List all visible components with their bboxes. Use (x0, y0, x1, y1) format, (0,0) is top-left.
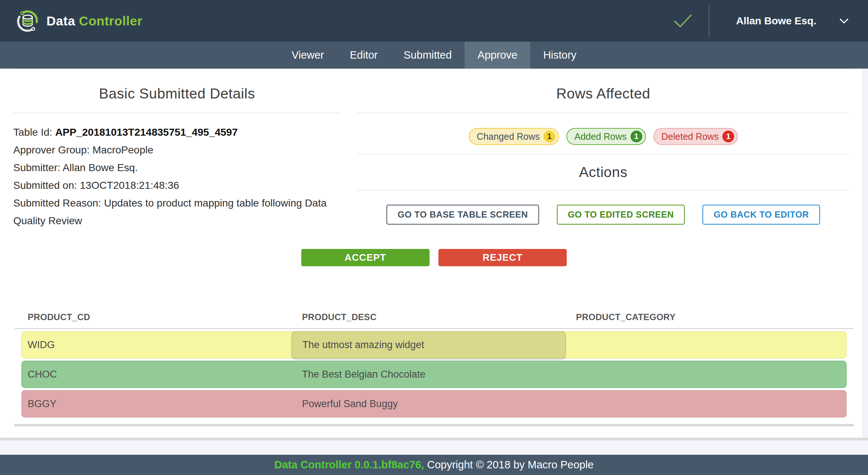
accept-button[interactable]: ACCEPT (301, 249, 430, 266)
footer-copyright: Copyright © 2018 by Macro People (424, 459, 594, 471)
user-menu[interactable]: Allan Bowe Esq. (736, 15, 816, 27)
tab-approve[interactable]: Approve (465, 42, 530, 69)
check-icon[interactable] (673, 14, 692, 28)
submitted-details-text: Table Id: APP_20181013T214835751_495_459… (13, 113, 341, 230)
content-bottom-edge (0, 438, 868, 440)
submitted-details-panel: Basic Submitted Details Table Id: APP_20… (0, 69, 354, 230)
rows-affected-title: Rows Affected (357, 86, 850, 102)
submitted-on-line: Submitted on: 13OCT2018:21:48:36 (13, 177, 341, 194)
cell-product-category (566, 332, 846, 358)
cell-product-cd: WIDG (22, 332, 292, 358)
cell-product-desc: Powerful Sand Buggy (292, 391, 566, 417)
table-id-line: Table Id: APP_20181013T214835751_495_459… (13, 124, 341, 141)
rows-affected-badges: Changed Rows 1 Added Rows 1 Deleted Rows… (357, 128, 850, 145)
added-rows-badge[interactable]: Added Rows 1 (566, 128, 646, 145)
table-row-added[interactable]: CHOC The Best Belgian Chocolate (21, 361, 847, 388)
cell-product-category (566, 391, 846, 417)
reject-button[interactable]: REJECT (438, 249, 567, 266)
decision-buttons: ACCEPT REJECT (0, 249, 868, 266)
column-header-product-desc: PRODUCT_DESC (302, 312, 576, 322)
app-logo[interactable]: Data Controller (16, 10, 142, 32)
changed-rows-badge[interactable]: Changed Rows 1 (469, 128, 559, 145)
tab-editor[interactable]: Editor (337, 42, 391, 69)
vertical-scrollbar-track[interactable] (862, 69, 868, 438)
actions-title: Actions (357, 164, 850, 180)
tab-viewer[interactable]: Viewer (279, 42, 337, 69)
main-nav: Viewer Editor Submitted Approve History (0, 42, 868, 69)
cell-product-desc-highlighted: The utmost amazing widget (292, 331, 566, 358)
table-row-changed[interactable]: WIDG The utmost amazing widget (21, 331, 847, 358)
go-back-to-editor-button[interactable]: GO BACK TO EDITOR (702, 205, 820, 225)
top-bar: Data Controller Allan Bowe Esq. (0, 0, 868, 42)
submitted-details-title: Basic Submitted Details (13, 86, 341, 102)
submitted-reason-line: Submitted Reason: Updates to product map… (13, 194, 341, 230)
changed-rows-count: 1 (544, 131, 555, 142)
divider (357, 112, 850, 113)
submitter-line: Submitter: Allan Bowe Esq. (13, 159, 341, 177)
action-buttons: GO TO BASE TABLE SCREEN GO TO EDITED SCR… (357, 205, 850, 225)
cell-product-cd: BGGY (22, 391, 292, 417)
cell-product-cd: CHOC (22, 361, 292, 388)
divider (357, 154, 850, 155)
page-background-band (0, 440, 868, 455)
go-to-edited-screen-button[interactable]: GO TO EDITED SCREEN (557, 205, 685, 225)
header-divider (709, 4, 709, 38)
tab-history[interactable]: History (530, 42, 589, 69)
tab-submitted[interactable]: Submitted (391, 42, 465, 69)
table-divider (15, 328, 853, 329)
rows-affected-panel: Rows Affected Changed Rows 1 Added Rows … (354, 69, 868, 230)
app-title: Data Controller (46, 14, 142, 28)
horizontal-scrollbar[interactable] (14, 424, 854, 426)
database-logo-icon (16, 10, 39, 32)
table-id-value: APP_20181013T214835751_495_4597 (55, 126, 238, 138)
deleted-rows-badge[interactable]: Deleted Rows 1 (653, 128, 738, 145)
approver-group-line: Approver Group: MacroPeople (13, 141, 341, 159)
added-rows-count: 1 (631, 131, 642, 142)
table-row-deleted[interactable]: BGGY Powerful Sand Buggy (21, 390, 847, 417)
footer-version-link[interactable]: Data Controller 0.0.1.bf8ac76, (274, 459, 424, 471)
cell-product-category (566, 361, 846, 388)
diff-table: PRODUCT_CD PRODUCT_DESC PRODUCT_CATEGORY… (0, 312, 868, 426)
go-to-base-table-button[interactable]: GO TO BASE TABLE SCREEN (386, 205, 539, 225)
table-header-row: PRODUCT_CD PRODUCT_DESC PRODUCT_CATEGORY (0, 312, 868, 322)
chevron-down-icon[interactable] (839, 18, 849, 24)
main-content: Basic Submitted Details Table Id: APP_20… (0, 69, 868, 438)
column-header-product-category: PRODUCT_CATEGORY (576, 312, 868, 322)
footer: Data Controller 0.0.1.bf8ac76, Copyright… (0, 455, 868, 475)
divider (357, 190, 850, 191)
column-header-product-cd: PRODUCT_CD (28, 312, 302, 322)
cell-product-desc: The Best Belgian Chocolate (292, 361, 566, 388)
deleted-rows-count: 1 (722, 131, 734, 142)
